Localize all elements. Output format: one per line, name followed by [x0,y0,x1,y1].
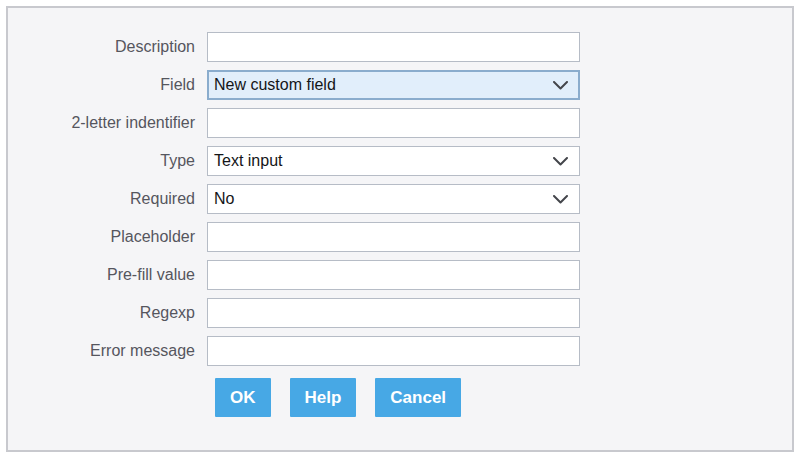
type-label: Type [16,152,195,170]
chevron-down-icon [553,195,568,204]
form-row: Field New custom field [16,70,792,100]
form-row: Type Text input [16,146,792,176]
required-label: Required [16,190,195,208]
form-row: Placeholder [16,222,792,252]
description-input[interactable] [207,32,580,62]
error-message-input[interactable] [207,336,580,366]
chevron-down-icon [553,81,568,90]
placeholder-input[interactable] [207,222,580,252]
regexp-input[interactable] [207,298,580,328]
cancel-button[interactable]: Cancel [375,378,461,417]
form-row: Pre-fill value [16,260,792,290]
placeholder-label: Placeholder [16,228,195,246]
type-selected-value: Text input [214,152,282,170]
field-selected-value: New custom field [214,76,336,94]
regexp-label: Regexp [16,304,195,322]
ok-button[interactable]: OK [215,378,271,417]
required-selected-value: No [214,190,234,208]
custom-field-form: Description Field New custom field 2-let… [8,8,792,417]
form-row: Required No [16,184,792,214]
field-select[interactable]: New custom field [207,70,580,100]
form-row: Regexp [16,298,792,328]
form-row: Error message [16,336,792,366]
prefill-input[interactable] [207,260,580,290]
form-row: Description [16,32,792,62]
type-select[interactable]: Text input [207,146,580,176]
form-row: 2-letter indentifier [16,108,792,138]
help-button[interactable]: Help [290,378,357,417]
field-label: Field [16,76,195,94]
button-row: OK Help Cancel [215,378,792,417]
form-panel: Description Field New custom field 2-let… [6,6,794,452]
identifier-input[interactable] [207,108,580,138]
chevron-down-icon [553,157,568,166]
required-select[interactable]: No [207,184,580,214]
identifier-label: 2-letter indentifier [16,114,195,132]
prefill-label: Pre-fill value [16,266,195,284]
error-message-label: Error message [16,342,195,360]
description-label: Description [16,38,195,56]
